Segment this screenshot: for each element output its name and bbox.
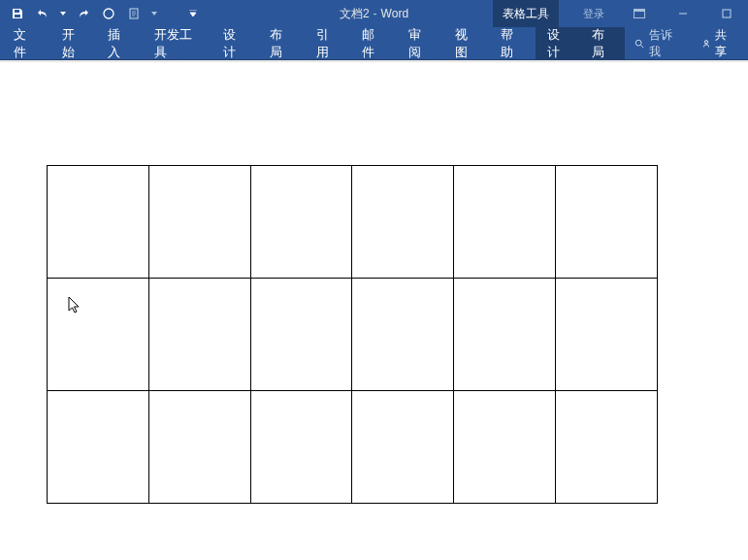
document-area[interactable]	[0, 63, 748, 560]
window-title: 文档2-Word	[340, 6, 408, 22]
save-button[interactable]	[8, 4, 27, 23]
minimize-button[interactable]	[661, 0, 704, 27]
tab-design[interactable]: 设计	[211, 27, 258, 59]
table-cell[interactable]	[48, 279, 149, 391]
table-cell[interactable]	[250, 279, 352, 391]
table-cell[interactable]	[148, 166, 250, 279]
page-tool-button[interactable]	[124, 4, 144, 23]
tell-me-search[interactable]: 告诉我	[625, 27, 688, 59]
table-cell[interactable]	[48, 166, 149, 279]
share-label: 共享	[715, 27, 734, 60]
table-cell[interactable]	[556, 391, 658, 504]
tab-layout[interactable]: 布局	[258, 27, 305, 59]
tab-help[interactable]: 帮助	[489, 27, 536, 59]
table-cell[interactable]	[250, 391, 352, 504]
table-cell[interactable]	[250, 166, 352, 279]
tab-review[interactable]: 审阅	[397, 27, 443, 59]
table-tools-label: 表格工具	[493, 0, 559, 27]
table-cell[interactable]	[352, 166, 454, 279]
tab-insert[interactable]: 插入	[96, 27, 143, 59]
table-row[interactable]	[48, 391, 658, 504]
redo-button[interactable]	[74, 4, 93, 23]
tab-file[interactable]: 文件	[0, 27, 50, 59]
search-icon	[634, 38, 644, 49]
tab-home[interactable]: 开始	[50, 27, 97, 59]
share-icon	[701, 38, 711, 49]
content-table[interactable]	[47, 165, 658, 504]
svg-point-6	[704, 40, 707, 43]
tab-mailings[interactable]: 邮件	[350, 27, 397, 59]
table-cell[interactable]	[48, 391, 149, 504]
svg-point-0	[104, 9, 114, 18]
table-cell[interactable]	[148, 391, 250, 504]
qat-customize-dropdown[interactable]	[188, 10, 198, 17]
tell-me-placeholder: 告诉我	[649, 27, 678, 60]
svg-rect-4	[723, 10, 731, 17]
svg-rect-3	[634, 10, 644, 13]
undo-dropdown[interactable]	[58, 12, 68, 16]
table-cell[interactable]	[148, 279, 250, 391]
svg-point-5	[635, 40, 641, 46]
table-cell[interactable]	[556, 279, 658, 391]
title-bar: 文档2-Word 表格工具 登录	[0, 0, 748, 27]
restore-button[interactable]	[704, 0, 748, 27]
ribbon-display-options-button[interactable]	[617, 0, 661, 27]
title-right-controls: 登录	[570, 0, 748, 27]
tab-view[interactable]: 视图	[443, 27, 490, 59]
table-cell[interactable]	[454, 279, 556, 391]
table-cell[interactable]	[352, 279, 454, 391]
document-name: 文档2	[340, 7, 370, 20]
circle-tool-button[interactable]	[99, 4, 118, 23]
page-tool-dropdown[interactable]	[149, 12, 159, 16]
tab-table-design[interactable]: 设计	[536, 27, 580, 59]
table-cell[interactable]	[454, 391, 556, 504]
share-button[interactable]: 共享	[688, 27, 748, 59]
quick-access-toolbar	[0, 4, 198, 23]
app-name: Word	[381, 7, 408, 20]
table-row[interactable]	[48, 166, 658, 279]
tab-references[interactable]: 引用	[305, 27, 351, 59]
table-row[interactable]	[48, 279, 658, 391]
table-cell[interactable]	[352, 391, 454, 504]
ribbon-tabs: 文件 开始 插入 开发工具 设计 布局 引用 邮件 审阅 视图 帮助 设计 布局…	[0, 27, 748, 60]
undo-button[interactable]	[33, 4, 52, 23]
contextual-tab-header: 表格工具	[493, 0, 559, 27]
table-cell[interactable]	[454, 166, 556, 279]
tab-table-layout[interactable]: 布局	[580, 27, 625, 59]
login-button[interactable]: 登录	[570, 0, 617, 27]
tab-developer[interactable]: 开发工具	[143, 27, 211, 59]
table-cell[interactable]	[556, 166, 658, 279]
